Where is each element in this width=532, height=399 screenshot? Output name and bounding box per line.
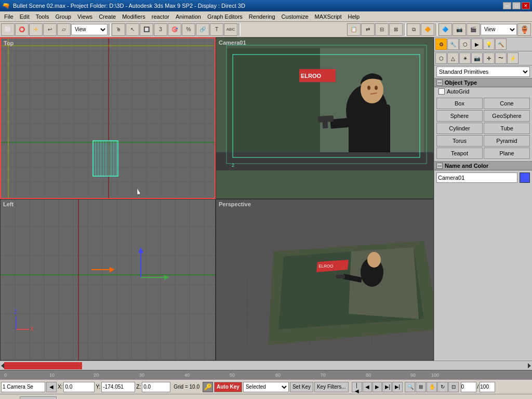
- toolbar-abc[interactable]: ABC: [224, 23, 237, 36]
- menu-create[interactable]: Create: [96, 12, 119, 21]
- menu-tools[interactable]: Tools: [33, 12, 52, 21]
- zoom-all-btn[interactable]: ⊞: [416, 382, 426, 392]
- goto-end-btn[interactable]: ▶|: [392, 382, 403, 392]
- toolbar-mirror[interactable]: ⇄: [361, 23, 375, 36]
- end-frame-input[interactable]: [480, 382, 495, 392]
- autogrid-checkbox[interactable]: [438, 88, 445, 95]
- panel-light-btn[interactable]: ☀: [459, 52, 471, 64]
- timeline-arrow-right[interactable]: [528, 363, 531, 368]
- close-button[interactable]: ✕: [522, 2, 530, 9]
- prev-frame-btn[interactable]: ◀: [363, 382, 372, 392]
- toolbar-undo[interactable]: ↩: [43, 23, 57, 36]
- menu-rendering[interactable]: Rendering: [246, 12, 278, 21]
- obj-btn-cylinder[interactable]: Cylinder: [436, 123, 483, 134]
- toolbar-magnet[interactable]: 🔗: [196, 23, 209, 36]
- coord-y-input[interactable]: [101, 382, 135, 392]
- next-frame-btn[interactable]: ▶|: [382, 382, 392, 392]
- menu-views[interactable]: Views: [74, 12, 96, 21]
- menu-group[interactable]: Group: [52, 12, 74, 21]
- selected-dropdown[interactable]: Selected: [243, 382, 289, 392]
- panel-display-btn[interactable]: 💡: [483, 38, 495, 50]
- panel-shape-btn[interactable]: △: [447, 52, 459, 64]
- obj-btn-geosphere[interactable]: GeoSphere: [484, 110, 530, 122]
- panel-system-btn[interactable]: ⚡: [507, 52, 518, 64]
- toolbar-text[interactable]: T: [210, 23, 223, 36]
- obj-btn-plane[interactable]: Plane: [484, 148, 530, 159]
- obj-btn-pyramid[interactable]: Pyramid: [484, 135, 530, 147]
- section-collapse-object-type[interactable]: ─: [436, 79, 443, 86]
- panel-camera-btn[interactable]: 📷: [471, 52, 483, 64]
- toolbar-align[interactable]: ⊟: [375, 23, 389, 36]
- coord-x-input[interactable]: [63, 382, 95, 392]
- menu-animation[interactable]: Animation: [172, 12, 204, 21]
- goto-start-btn[interactable]: |◀: [352, 382, 362, 392]
- menu-customize[interactable]: Customize: [278, 12, 312, 21]
- menu-modifiers[interactable]: Modifiers: [119, 12, 149, 21]
- menu-help[interactable]: Help: [345, 12, 363, 21]
- toolbar-select-by-name[interactable]: 🔲: [140, 23, 153, 36]
- toolbar-render-btn[interactable]: 🎯: [168, 23, 181, 36]
- section-header-name-color[interactable]: ─ Name and Color: [434, 161, 532, 170]
- panel-create-btn[interactable]: ⚙: [435, 38, 447, 50]
- frame-input[interactable]: [461, 382, 476, 392]
- camera-count-input[interactable]: [1, 382, 45, 392]
- toolbar-select-circle[interactable]: ⭕: [15, 23, 29, 36]
- name-input[interactable]: [436, 172, 517, 183]
- camera-nav-prev[interactable]: ◀: [46, 382, 57, 392]
- menu-edit[interactable]: Edit: [17, 12, 33, 21]
- pan-btn[interactable]: ✋: [427, 382, 437, 392]
- panel-spacewarp-btn[interactable]: 〜: [495, 52, 507, 64]
- coord-z-input[interactable]: [142, 382, 170, 392]
- toolbar-select[interactable]: ↖: [126, 23, 139, 36]
- viewport-left[interactable]: Left: [0, 199, 216, 361]
- toolbar-move[interactable]: ✛: [29, 23, 43, 36]
- toolbar-select-filter[interactable]: 🖱: [112, 23, 125, 36]
- toolbar-named-sel[interactable]: 📋: [347, 23, 361, 36]
- toolbar-percent[interactable]: %: [182, 23, 195, 36]
- zoom-btn[interactable]: 🔍: [405, 382, 415, 392]
- toolbar-goblet[interactable]: 🏺: [517, 23, 531, 36]
- menu-maxscript[interactable]: MAXScript: [312, 12, 345, 21]
- panel-modify-btn[interactable]: 🔧: [447, 38, 459, 50]
- menu-graph-editors[interactable]: Graph Editors: [204, 12, 246, 21]
- toolbar-3d-btn[interactable]: 3: [154, 23, 167, 36]
- minimize-button[interactable]: ─: [503, 2, 511, 9]
- arc-rotate-btn[interactable]: ↻: [437, 382, 448, 392]
- obj-btn-torus[interactable]: Torus: [436, 135, 483, 147]
- toolbar-layers[interactable]: ⧉: [407, 23, 420, 36]
- obj-btn-sphere[interactable]: Sphere: [436, 110, 483, 122]
- viewport-camera[interactable]: Camera01 ELROO: [216, 37, 434, 199]
- primitive-type-dropdown[interactable]: Standard Primitives: [436, 66, 530, 77]
- obj-btn-tube[interactable]: Tube: [484, 123, 530, 134]
- toolbar-frame[interactable]: ▱: [57, 23, 71, 36]
- obj-btn-box[interactable]: Box: [436, 98, 483, 109]
- toolbar-view-dropdown-2[interactable]: View: [481, 24, 517, 35]
- toolbar-schematic[interactable]: 🔶: [421, 23, 434, 36]
- toolbar-view-dropdown[interactable]: View: [71, 24, 108, 35]
- set-key-button[interactable]: Set Key: [290, 382, 313, 392]
- obj-btn-cone[interactable]: Cone: [484, 98, 530, 109]
- menu-reactor[interactable]: reactor: [149, 12, 172, 21]
- key-filters-button[interactable]: Key Filters...: [314, 382, 349, 392]
- toolbar-material[interactable]: 🔷: [438, 23, 452, 36]
- panel-motion-btn[interactable]: ▶: [471, 38, 483, 50]
- play-btn[interactable]: ▶: [373, 382, 382, 392]
- menu-file[interactable]: File: [1, 12, 17, 21]
- maximize-viewport-btn[interactable]: ⊡: [448, 382, 459, 392]
- add-time-tag-button[interactable]: Add Time Tag: [20, 396, 57, 400]
- panel-hierarchy-btn[interactable]: ⬡: [459, 38, 471, 50]
- toolbar-render-quick[interactable]: 🎬: [467, 23, 480, 36]
- section-header-object-type[interactable]: ─ Object Type: [434, 78, 532, 87]
- section-collapse-name-color[interactable]: ─: [436, 163, 443, 169]
- timeline-bar[interactable]: [0, 361, 532, 370]
- toolbar-render-setup[interactable]: 📷: [453, 23, 466, 36]
- panel-helper-btn[interactable]: ✛: [483, 52, 495, 64]
- color-swatch[interactable]: [520, 172, 530, 183]
- maximize-button[interactable]: □: [512, 2, 521, 9]
- viewport-top[interactable]: Top: [0, 37, 216, 199]
- autokey-button[interactable]: Auto Key: [214, 382, 242, 392]
- panel-utils-btn[interactable]: 🔨: [495, 38, 507, 50]
- obj-btn-teapot[interactable]: Teapot: [436, 148, 483, 159]
- panel-geo-btn[interactable]: ⬡: [435, 52, 447, 64]
- toolbar-select-region[interactable]: ⬜: [1, 23, 15, 36]
